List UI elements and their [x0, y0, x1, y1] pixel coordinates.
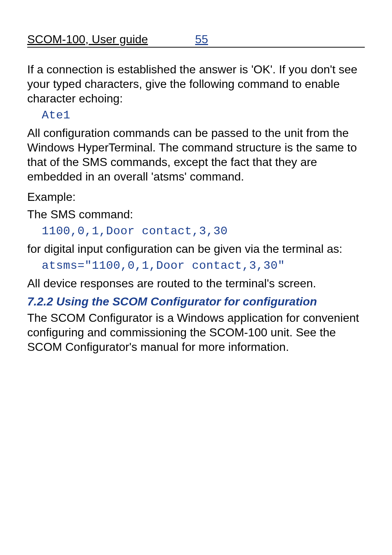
- doc-title: SCOM-100, User guide: [27, 33, 148, 46]
- document-page: SCOM-100, User guide 55 If a connection …: [0, 0, 392, 379]
- page-number: 55: [195, 33, 208, 46]
- section-heading-722: 7.2.2 Using the SCOM Configurator for co…: [27, 295, 365, 308]
- code-sms-command: 1100,0,1,Door contact,3,30: [42, 224, 365, 238]
- paragraph-config: All configuration commands can be passed…: [27, 126, 365, 184]
- paragraph-terminal: for digital input configuration can be g…: [27, 242, 365, 256]
- paragraph-sms-label: The SMS command:: [27, 207, 365, 222]
- paragraph-responses: All device responses are routed to the t…: [27, 276, 365, 291]
- code-ate1: Ate1: [42, 109, 365, 122]
- paragraph-configurator: The SCOM Configurator is a Windows appli…: [27, 311, 365, 354]
- page-header: SCOM-100, User guide 55: [27, 33, 365, 48]
- code-atsms: atsms="1100,0,1,Door contact,3,30": [42, 259, 365, 272]
- paragraph-intro: If a connection is established the answe…: [27, 62, 365, 106]
- paragraph-example-label: Example:: [27, 190, 365, 204]
